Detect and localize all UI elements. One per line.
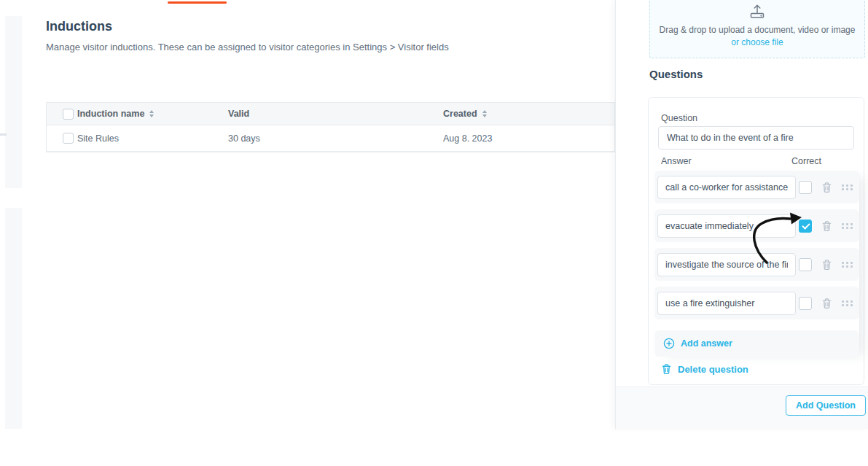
answer-input[interactable] — [657, 214, 796, 238]
drag-handle-icon[interactable] — [842, 185, 853, 190]
question-label: Question — [661, 113, 697, 123]
left-edge-marker — [0, 133, 7, 136]
drawer-footer: Add Question — [616, 387, 868, 429]
correct-label: Correct — [791, 156, 821, 166]
sort-icon[interactable] — [149, 110, 154, 117]
answer-label: Answer — [661, 156, 692, 166]
add-answer-label: Add answer — [681, 338, 732, 349]
column-header-valid[interactable]: Valid — [228, 109, 443, 119]
column-label: Created — [443, 109, 477, 119]
answer-input[interactable] — [657, 292, 796, 315]
page-title: Inductions — [46, 19, 112, 34]
upload-dropzone[interactable]: Drag & drop to upload a document, video … — [649, 0, 865, 58]
sort-icon[interactable] — [482, 110, 487, 117]
trash-icon — [661, 363, 672, 375]
delete-question-button[interactable]: Delete question — [661, 363, 748, 375]
delete-answer-trash-icon[interactable] — [821, 259, 832, 271]
column-label: Induction name — [77, 109, 144, 119]
answer-row — [654, 248, 859, 281]
active-tab-indicator — [168, 1, 227, 4]
correct-checkbox[interactable] — [799, 181, 812, 194]
answer-controls — [799, 297, 853, 310]
answer-controls — [799, 220, 853, 233]
row-checkbox-cell — [63, 133, 77, 144]
delete-answer-trash-icon[interactable] — [821, 220, 832, 232]
plus-circle-icon — [663, 338, 675, 349]
inductions-table: Induction name Valid Created Site Rules … — [46, 102, 615, 152]
column-label: Valid — [228, 109, 249, 119]
page: Inductions Manage visitor inductions. Th… — [0, 0, 868, 466]
answer-input[interactable] — [657, 253, 796, 276]
question-card: Question Answer Correct — [648, 97, 864, 385]
column-header-induction-name[interactable]: Induction name — [77, 109, 228, 119]
choose-file-link[interactable]: or choose file — [650, 37, 864, 47]
correct-checkbox[interactable] — [799, 258, 812, 271]
row-checkbox[interactable] — [63, 133, 74, 144]
cell-induction-name: Site Rules — [77, 133, 228, 144]
drag-handle-icon[interactable] — [842, 223, 853, 229]
drag-handle-icon[interactable] — [842, 300, 853, 306]
left-sidebar-strip — [5, 208, 22, 429]
answer-controls — [799, 258, 853, 271]
header-checkbox-cell — [63, 109, 77, 120]
cell-created: Aug 8. 2023 — [443, 133, 614, 144]
questions-heading: Questions — [649, 68, 703, 80]
answers-list: Add answer — [654, 171, 859, 357]
upload-tray-icon — [748, 2, 766, 23]
question-editor-drawer: Drag & drop to upload a document, video … — [615, 0, 868, 429]
question-input[interactable] — [658, 126, 854, 149]
answer-input[interactable] — [657, 176, 796, 199]
answer-controls — [799, 181, 853, 194]
select-all-checkbox[interactable] — [63, 109, 74, 120]
answer-row — [654, 287, 859, 319]
column-header-created[interactable]: Created — [443, 109, 614, 119]
drag-handle-icon[interactable] — [842, 262, 853, 268]
page-subtitle: Manage visitor inductions. These can be … — [46, 42, 449, 53]
add-question-button[interactable]: Add Question — [786, 395, 866, 416]
cell-valid: 30 days — [228, 133, 443, 144]
table-header: Induction name Valid Created — [47, 103, 614, 125]
answer-row — [654, 171, 859, 203]
left-sidebar-strip — [5, 16, 22, 188]
delete-answer-trash-icon[interactable] — [821, 182, 832, 193]
delete-answer-trash-icon[interactable] — [821, 298, 832, 309]
add-answer-button[interactable]: Add answer — [654, 330, 859, 357]
delete-question-label: Delete question — [678, 364, 748, 375]
answer-row — [654, 209, 859, 242]
table-row[interactable]: Site Rules 30 days Aug 8. 2023 — [47, 125, 614, 152]
correct-checkbox[interactable] — [799, 220, 812, 233]
correct-checkbox[interactable] — [799, 297, 812, 310]
upload-instruction: Drag & drop to upload a document, video … — [650, 25, 864, 35]
